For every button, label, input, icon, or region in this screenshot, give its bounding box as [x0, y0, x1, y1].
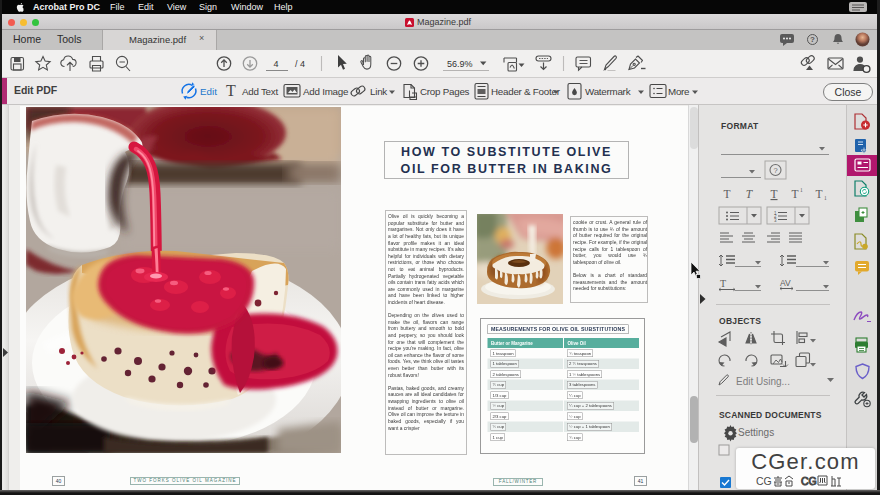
svg-text:1: 1 [824, 195, 827, 201]
svg-text:Watermark: Watermark [585, 86, 631, 97]
svg-text:T: T [770, 188, 777, 200]
svg-text:Edit Using...: Edit Using... [736, 376, 790, 387]
svg-text:/ 4: / 4 [295, 59, 305, 69]
svg-text:Header & Footer: Header & Footer [491, 86, 561, 97]
svg-text:Crop Pages: Crop Pages [420, 86, 470, 97]
svg-text:AV: AV [780, 278, 791, 288]
svg-text:Edit: Edit [200, 86, 217, 97]
svg-text:Add Image: Add Image [303, 86, 349, 97]
svg-text:T: T [720, 278, 726, 289]
svg-text:T: T [226, 82, 236, 99]
svg-text:T: T [723, 188, 730, 200]
svg-text:Link: Link [370, 86, 387, 97]
svg-text:CG: CG [756, 475, 772, 487]
svg-text:56.9%: 56.9% [447, 59, 473, 69]
svg-text:T: T [746, 188, 754, 200]
svg-text:3: 3 [774, 218, 777, 223]
svg-text:More: More [668, 86, 690, 97]
svg-text:T: T [791, 188, 798, 200]
svg-text:T: T [815, 188, 822, 200]
svg-text:?: ? [773, 166, 777, 175]
svg-text:1: 1 [800, 187, 803, 193]
svg-text:CG: CG [801, 475, 817, 487]
svg-text:Add Text: Add Text [242, 86, 278, 97]
svg-text:4: 4 [273, 59, 278, 69]
